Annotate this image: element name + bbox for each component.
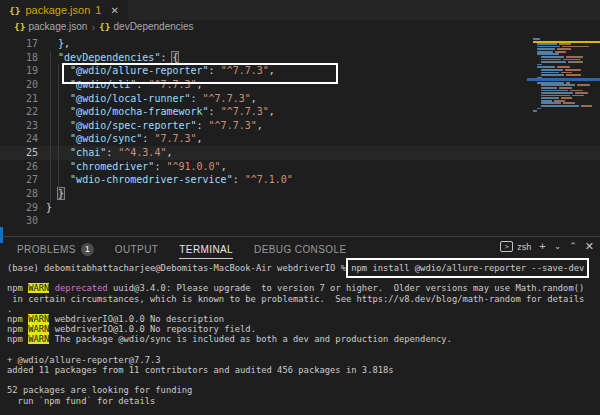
json-file-icon: {} xyxy=(9,5,20,16)
code-token: "^7.7.3" xyxy=(221,65,269,76)
panel-tab-label: TERMINAL xyxy=(179,244,233,255)
breadcrumb-label: devDependencies xyxy=(114,21,194,32)
code-token: "^7.7.3" xyxy=(148,79,196,90)
code-token: "@wdio/cli" xyxy=(70,79,136,90)
breadcrumb-label: package.json xyxy=(28,21,87,32)
code-text: }, xyxy=(46,37,70,51)
code-token: "@wdio/sync" xyxy=(70,133,142,144)
panel-tab-label: PROBLEMS xyxy=(17,244,76,255)
code-token: , xyxy=(197,79,203,90)
code-token xyxy=(46,52,58,63)
breadcrumb-item[interactable]: {}package.json xyxy=(14,21,87,32)
minimap-line xyxy=(533,97,600,99)
code-line[interactable]: 23 "@wdio/spec-reporter": "^7.7.3", xyxy=(0,119,600,133)
code-line[interactable]: 27 "wdio-chromedriver-service": "^7.1.0" xyxy=(0,173,600,187)
code-token: : xyxy=(209,106,221,117)
code-token: : xyxy=(233,174,245,185)
editor[interactable]: 17 },18 "devDependencies": {19 "@wdio/al… xyxy=(0,33,600,236)
line-number: 25 xyxy=(0,146,38,160)
minimap-token xyxy=(541,105,579,107)
panel-tab-output[interactable]: OUTPUT xyxy=(115,240,159,259)
tab-problem-count: 1 xyxy=(95,4,101,16)
minimap-line xyxy=(533,105,600,107)
code-line[interactable]: 18 "devDependencies": { xyxy=(0,51,600,65)
minimap-token xyxy=(537,66,555,68)
minimap-token xyxy=(541,87,557,89)
code-token: : xyxy=(154,161,166,172)
tab-bar: {} package.json 1 ✕ xyxy=(0,0,600,20)
terminal-token: in certain circumstances, which is known… xyxy=(7,294,584,304)
minimap[interactable] xyxy=(533,38,600,115)
code-token: "^7.7.3" xyxy=(203,93,251,104)
code-line[interactable]: 28 } xyxy=(0,187,600,201)
code-token: : xyxy=(142,133,154,144)
terminal-output[interactable]: (base) debomitabhattacharjee@Debomitas-M… xyxy=(7,263,600,406)
panel-tab-terminal[interactable]: TERMINAL xyxy=(179,240,233,259)
json-icon: {} xyxy=(14,21,25,32)
minimap-token xyxy=(566,74,580,76)
code-token: , xyxy=(166,147,172,158)
terminal-token: WARN xyxy=(28,283,49,293)
minimap-token xyxy=(541,72,559,74)
code-token: "@wdio/allure-reporter" xyxy=(70,65,208,76)
code-line[interactable]: 29} xyxy=(0,201,600,215)
bottom-panel: PROBLEMS1OUTPUTTERMINALDEBUG CONSOLE > z… xyxy=(0,236,600,415)
shell-selector[interactable]: > zsh xyxy=(500,241,531,252)
annotated-command: npm install @wdio/allure-reporter --save… xyxy=(351,263,584,273)
line-number: 24 xyxy=(0,132,38,146)
minimap-token xyxy=(555,51,566,53)
minimap-token xyxy=(541,100,552,102)
new-terminal-icon[interactable]: + xyxy=(539,241,545,252)
code-line[interactable]: 26 "chromedriver": "^91.0.0", xyxy=(0,160,600,174)
code-line[interactable]: 17 }, xyxy=(0,37,600,51)
code-token: "^7.7.3" xyxy=(221,106,269,117)
code-text: "chai": "^4.3.4", xyxy=(46,146,172,160)
minimap-line xyxy=(533,92,600,94)
line-number: 27 xyxy=(0,173,38,187)
terminal-token: The package @wdio/sync is included as bo… xyxy=(49,334,452,344)
breadcrumb-separator: › xyxy=(91,21,95,33)
code-text: "@wdio/cli": "^7.7.3", xyxy=(46,78,203,92)
code-token: "^4.3.4" xyxy=(118,147,166,158)
minimap-line xyxy=(533,102,600,104)
code-line[interactable]: 21 "@wdio/local-runner": "^7.7.3", xyxy=(0,92,600,106)
code-line[interactable]: 22 "@wdio/mocha-framework": "^7.7.3", xyxy=(0,105,600,119)
tab-package-json[interactable]: {} package.json 1 ✕ xyxy=(0,0,128,20)
panel-tab-label: OUTPUT xyxy=(115,244,159,255)
minimap-token xyxy=(561,97,572,99)
minimap-token xyxy=(541,90,568,92)
terminal-line xyxy=(7,345,600,355)
terminal-token: added 11 packages from 11 contributors a… xyxy=(7,365,394,375)
minimap-token xyxy=(541,74,564,76)
code-line[interactable]: 25 "chai": "^4.3.4", xyxy=(0,146,600,160)
code-line[interactable]: 20 "@wdio/cli": "^7.7.3", xyxy=(0,78,600,92)
minimap-warning-marker xyxy=(533,41,600,43)
minimap-token xyxy=(537,46,560,48)
code-area[interactable]: 17 },18 "devDependencies": {19 "@wdio/al… xyxy=(0,33,600,228)
close-panel-icon[interactable]: ✕ xyxy=(585,241,594,252)
terminal-token: WARN xyxy=(28,324,49,334)
terminal-token: (base) debomitabhattacharjee@Debomitas-M… xyxy=(7,263,351,273)
code-line[interactable]: 24 "@wdio/sync": "7.7.3", xyxy=(0,132,600,146)
code-token: : xyxy=(160,52,172,63)
code-token: , xyxy=(197,133,203,144)
minimap-token xyxy=(541,95,570,97)
panel-tab-problems[interactable]: PROBLEMS1 xyxy=(17,239,94,260)
code-token: , xyxy=(269,106,275,117)
chevron-down-icon[interactable]: ⌄ xyxy=(554,242,562,251)
json-icon: {} xyxy=(99,21,110,32)
code-token: "7.7.3" xyxy=(154,133,196,144)
code-token: "@wdio/mocha-framework" xyxy=(70,106,208,117)
minimap-token xyxy=(537,51,553,53)
minimap-highlight-marker xyxy=(527,78,600,81)
breadcrumb-item[interactable]: {}devDependencies xyxy=(99,21,194,32)
close-icon[interactable]: ✕ xyxy=(110,5,118,16)
minimap-token xyxy=(557,66,570,68)
minimap-token xyxy=(577,84,590,86)
code-token: "@wdio/spec-reporter" xyxy=(70,120,196,131)
minimap-line xyxy=(533,61,600,63)
panel-tab-debug-console[interactable]: DEBUG CONSOLE xyxy=(254,240,346,259)
chevron-up-icon[interactable]: ⌃ xyxy=(569,242,577,251)
code-line[interactable]: 30 xyxy=(0,214,600,228)
code-line[interactable]: 19 "@wdio/allure-reporter": "^7.7.3", xyxy=(0,64,600,78)
